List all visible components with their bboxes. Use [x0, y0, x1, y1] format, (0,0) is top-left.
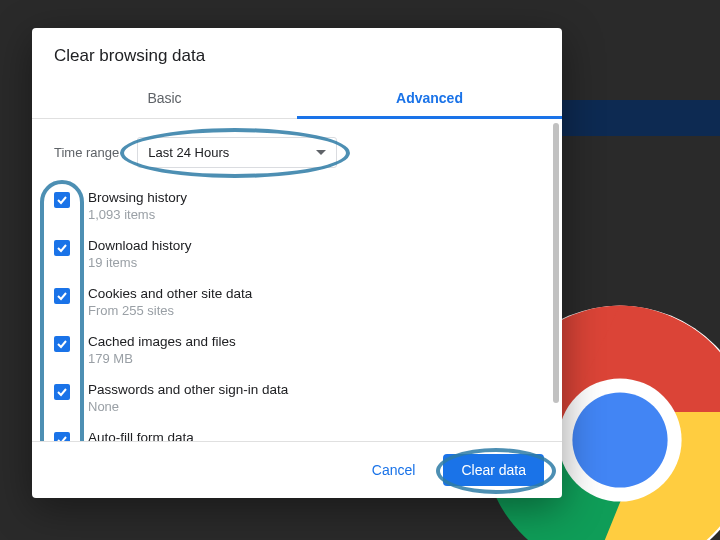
checkbox-cookies[interactable]: [54, 288, 70, 304]
list-item: Auto-fill form data: [54, 430, 540, 441]
time-range-select[interactable]: Last 24 Hours: [137, 137, 337, 168]
list-item: Cached images and files 179 MB: [54, 334, 540, 366]
item-subtitle: 19 items: [88, 255, 192, 270]
check-icon: [57, 195, 67, 205]
checkbox-browsing-history[interactable]: [54, 192, 70, 208]
svg-point-2: [572, 392, 667, 487]
scrollbar-thumb[interactable]: [553, 123, 559, 403]
list-item: Browsing history 1,093 items: [54, 190, 540, 222]
checkbox-download-history[interactable]: [54, 240, 70, 256]
item-title: Download history: [88, 238, 192, 253]
tab-bar: Basic Advanced: [32, 78, 562, 119]
time-range-value: Last 24 Hours: [148, 145, 229, 160]
time-range-label: Time range: [54, 145, 119, 160]
tab-basic[interactable]: Basic: [32, 78, 297, 118]
check-icon: [57, 339, 67, 349]
background-accent-strip: [550, 100, 720, 136]
item-title: Browsing history: [88, 190, 187, 205]
dialog-title: Clear browsing data: [32, 28, 562, 78]
list-item: Passwords and other sign-in data None: [54, 382, 540, 414]
list-item: Cookies and other site data From 255 sit…: [54, 286, 540, 318]
clear-browsing-data-dialog: Clear browsing data Basic Advanced Time …: [32, 28, 562, 498]
list-item: Download history 19 items: [54, 238, 540, 270]
item-subtitle: From 255 sites: [88, 303, 252, 318]
clear-data-button[interactable]: Clear data: [443, 454, 544, 486]
item-title: Passwords and other sign-in data: [88, 382, 288, 397]
item-title: Cookies and other site data: [88, 286, 252, 301]
item-subtitle: 179 MB: [88, 351, 236, 366]
item-title: Cached images and files: [88, 334, 236, 349]
item-title: Auto-fill form data: [88, 430, 194, 441]
dialog-content: Time range Last 24 Hours Browsing histor…: [32, 119, 562, 441]
time-range-row: Time range Last 24 Hours: [54, 137, 540, 168]
checkbox-autofill[interactable]: [54, 432, 70, 441]
chevron-down-icon: [316, 150, 326, 155]
check-icon: [57, 243, 67, 253]
item-subtitle: 1,093 items: [88, 207, 187, 222]
check-icon: [57, 387, 67, 397]
dialog-footer: Cancel Clear data: [32, 441, 562, 498]
data-type-list: Browsing history 1,093 items Download hi…: [54, 190, 540, 441]
item-subtitle: None: [88, 399, 288, 414]
tab-advanced[interactable]: Advanced: [297, 78, 562, 118]
cancel-button[interactable]: Cancel: [354, 454, 434, 486]
checkbox-passwords[interactable]: [54, 384, 70, 400]
check-icon: [57, 291, 67, 301]
checkbox-cached[interactable]: [54, 336, 70, 352]
